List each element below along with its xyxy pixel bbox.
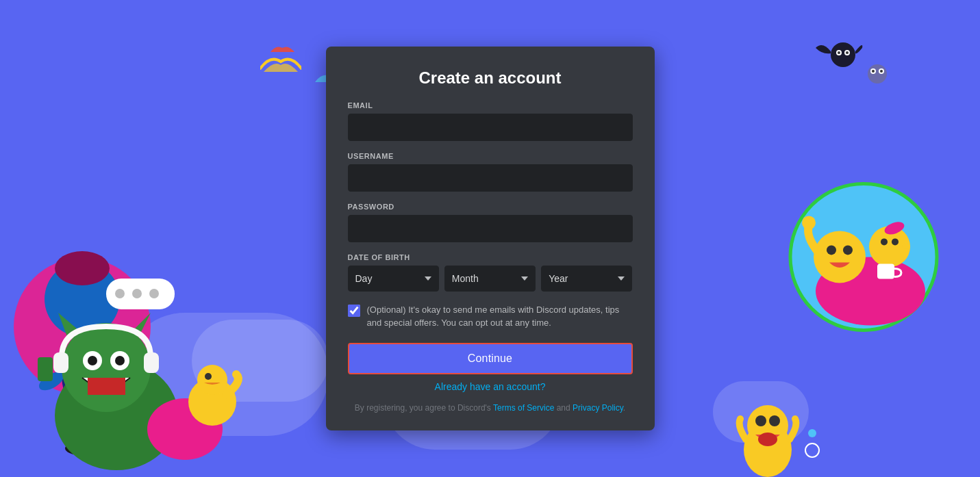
svg-point-6: [846, 51, 849, 54]
svg-point-40: [197, 365, 227, 395]
email-opt-in-row: (Optional) It's okay to send me emails w…: [348, 304, 633, 328]
tos-and: and: [554, 403, 573, 413]
svg-point-57: [755, 415, 766, 426]
svg-point-2: [831, 42, 855, 67]
svg-point-33: [88, 356, 97, 365]
svg-point-50: [892, 238, 899, 245]
svg-rect-37: [144, 352, 159, 373]
svg-point-22: [149, 289, 159, 298]
dob-row: Day 12345 678910 1112131415 1617181920 2…: [348, 266, 633, 292]
bat-decor: [809, 34, 864, 82]
tos-prefix: By registering, you agree to Discord's: [355, 403, 493, 413]
bottom-left-scene: [0, 306, 260, 477]
svg-rect-36: [53, 352, 68, 373]
dob-label: DATE OF BIRTH: [348, 253, 633, 261]
svg-point-61: [808, 429, 816, 437]
right-character-scene: [788, 181, 939, 332]
bottom-right-creature: [733, 395, 802, 477]
svg-point-20: [115, 289, 125, 298]
email-label: EMAIL: [348, 101, 633, 109]
bottom-right-small: [802, 426, 822, 463]
username-label: USERNAME: [348, 152, 633, 160]
svg-point-18: [55, 251, 110, 285]
svg-point-60: [805, 443, 819, 457]
svg-point-47: [802, 216, 816, 229]
svg-point-34: [115, 356, 125, 365]
svg-point-45: [827, 245, 836, 255]
svg-point-58: [769, 415, 780, 426]
registration-modal: Create an account EMAIL USERNAME PASSWOR…: [326, 47, 655, 430]
svg-point-59: [758, 433, 777, 446]
email-opt-in-label: (Optional) It's okay to send me emails w…: [367, 304, 633, 328]
password-input[interactable]: [348, 215, 633, 242]
terms-of-service-link[interactable]: Terms of Service: [493, 403, 554, 413]
email-opt-in-checkbox[interactable]: [348, 305, 360, 317]
svg-point-7: [868, 64, 887, 83]
svg-point-41: [205, 373, 212, 380]
privacy-policy-link[interactable]: Privacy Policy: [573, 403, 623, 413]
svg-point-44: [814, 231, 866, 283]
modal-title: Create an account: [348, 68, 633, 88]
dob-month-select[interactable]: Month JanuaryFebruaryMarch AprilMayJune …: [444, 266, 536, 292]
continue-button[interactable]: Continue: [348, 343, 633, 374]
svg-point-10: [872, 70, 875, 73]
svg-point-11: [880, 70, 883, 73]
dob-day-select[interactable]: Day 12345 678910 1112131415 1617181920 2…: [348, 266, 439, 292]
username-input[interactable]: [348, 164, 633, 192]
svg-rect-51: [877, 263, 894, 279]
already-have-account-link[interactable]: Already have an account?: [348, 381, 633, 392]
tos-suffix: .: [623, 403, 625, 413]
svg-point-49: [881, 238, 888, 245]
tos-text: By registering, you agree to Discord's T…: [348, 402, 633, 414]
svg-point-46: [843, 245, 853, 255]
dob-year-select[interactable]: Year 2024202320222021 2020201520102005 2…: [541, 266, 632, 292]
bird-decor-3: [271, 44, 294, 60]
svg-rect-35: [88, 378, 125, 395]
creature-top-right: [864, 62, 891, 86]
email-input[interactable]: [348, 114, 633, 141]
svg-point-5: [838, 51, 840, 54]
password-label: PASSWORD: [348, 203, 633, 211]
svg-rect-54: [904, 248, 908, 255]
svg-point-21: [132, 289, 142, 298]
